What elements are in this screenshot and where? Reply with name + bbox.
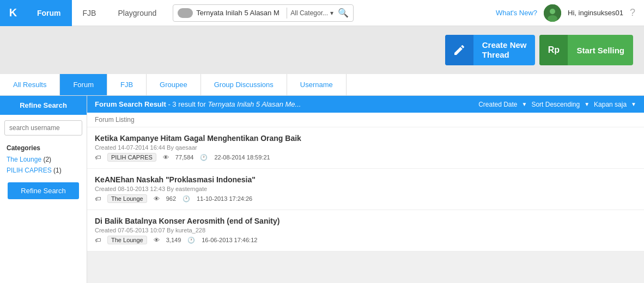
clock-icon-2: 🕐 <box>183 195 190 202</box>
avatar-image <box>544 4 561 22</box>
create-thread-icon <box>445 35 473 65</box>
search-divider <box>287 8 287 19</box>
refine-search-header: Refine Search <box>0 96 87 115</box>
global-search-bar: All Categor... ▾ 🔍 <box>173 4 354 22</box>
create-thread-label: Create NewThread <box>473 40 536 60</box>
forum-listing-label: Forum Listing <box>87 113 644 127</box>
search-username-input[interactable] <box>4 120 82 136</box>
content-area: Refine Search Categories The Lounge (2) … <box>0 96 644 283</box>
create-thread-button[interactable]: Create NewThread <box>445 35 536 65</box>
tab-all-results[interactable]: All Results <box>0 74 60 95</box>
thread-tags-1: 🏷 PILIH CAPRES 👁 77,584 🕐 22-08-2014 18:… <box>95 153 636 162</box>
svg-point-1 <box>550 9 555 14</box>
thread-last-activity-2: 11-10-2013 17:24:26 <box>197 195 252 202</box>
views-icon-3: 👁 <box>154 237 160 243</box>
sidebar: Refine Search Categories The Lounge (2) … <box>0 96 87 283</box>
search-input[interactable] <box>196 9 283 17</box>
clock-icon-1: 🕐 <box>200 154 208 161</box>
category-pilih-capres[interactable]: PILIH CAPRES (1) <box>0 165 87 176</box>
thread-tag-3[interactable]: The Lounge <box>107 236 147 244</box>
thread-item: Di Balik Batalnya Konser Aerosmith (end … <box>87 210 644 251</box>
thread-views-2: 962 <box>166 195 176 202</box>
sort-direction[interactable]: Sort Descending <box>531 101 580 108</box>
filter-time-arrow[interactable]: ▼ <box>631 101 636 107</box>
search-button[interactable]: 🔍 <box>338 8 349 18</box>
thread-last-activity-1: 22-08-2014 18:59:21 <box>214 154 270 161</box>
clock-icon-3: 🕐 <box>187 237 195 244</box>
thread-last-activity-3: 16-06-2013 17:46:12 <box>202 237 257 243</box>
tabs-bar: All Results Forum FJB Groupee Group Disc… <box>0 74 644 96</box>
nav-forum[interactable]: Forum <box>26 0 72 26</box>
refine-search-button[interactable]: Refine Search <box>8 182 78 199</box>
views-icon-1: 👁 <box>163 154 169 161</box>
sort-date-arrow[interactable]: ▼ <box>522 101 527 107</box>
views-icon-2: 👁 <box>154 195 160 202</box>
thread-tags-2: 🏷 The Lounge 👁 962 🕐 11-10-2013 17:24:26 <box>95 194 636 203</box>
thread-views-1: 77,584 <box>175 154 194 161</box>
top-navigation: K Forum FJB Playground All Categor... ▾ … <box>0 0 644 26</box>
tag-icon-3: 🏷 <box>95 237 101 243</box>
avatar[interactable] <box>544 4 561 22</box>
svg-point-2 <box>548 15 557 22</box>
sort-direction-arrow[interactable]: ▼ <box>584 101 590 107</box>
thread-meta-2: Created 08-10-2013 12:43 By easterngate <box>95 186 636 192</box>
start-selling-label: Start Selling <box>568 46 633 55</box>
filter-time[interactable]: Kapan saja <box>594 101 627 108</box>
thread-item: KeANEhan Naskah "Proklasmasi Indonesia" … <box>87 169 644 210</box>
category-select[interactable]: All Categor... ▾ <box>290 9 333 17</box>
thread-meta-3: Created 07-05-2013 10:07 By kureta_228 <box>95 227 636 233</box>
thread-item: Ketika Kampanye Hitam Gagal Menghentikan… <box>87 127 644 169</box>
tab-group-discussions[interactable]: Group Discussions <box>201 74 287 95</box>
nav-right: What's New? Hi, inginsukses01 ? <box>496 4 644 22</box>
thread-title-2[interactable]: KeANEhan Naskah "Proklasmasi Indonesia" <box>95 175 636 184</box>
tab-fjb[interactable]: FJB <box>107 74 147 95</box>
search-cloud-icon <box>178 8 193 18</box>
result-count: - 3 result for <box>168 100 205 108</box>
result-title-area: Forum Search Result - 3 result for Terny… <box>95 100 301 108</box>
thread-views-3: 3,149 <box>166 237 181 243</box>
tab-groupee[interactable]: Groupee <box>147 74 201 95</box>
sort-by-date[interactable]: Created Date <box>478 101 517 108</box>
result-header: Forum Search Result - 3 result for Terny… <box>87 96 644 113</box>
thread-meta-1: Created 14-07-2014 16:44 By qaesaar <box>95 144 636 151</box>
tag-icon-1: 🏷 <box>95 154 101 161</box>
result-controls: Created Date ▼ Sort Descending ▼ Kapan s… <box>478 101 636 108</box>
whats-new-link[interactable]: What's New? <box>496 9 537 17</box>
tag-icon-2: 🏷 <box>95 195 101 202</box>
start-selling-button[interactable]: Rp Start Selling <box>539 35 633 65</box>
nav-fjb[interactable]: FJB <box>72 0 107 26</box>
thread-tags-3: 🏷 The Lounge 👁 3,149 🕐 16-06-2013 17:46:… <box>95 236 636 244</box>
main-content: Forum Search Result - 3 result for Terny… <box>87 96 644 251</box>
category-the-lounge[interactable]: The Lounge (2) <box>0 154 87 165</box>
thread-title-1[interactable]: Ketika Kampanye Hitam Gagal Menghentikan… <box>95 134 636 143</box>
nav-playground[interactable]: Playground <box>107 0 167 26</box>
action-area: Create NewThread Rp Start Selling <box>0 26 644 74</box>
result-query: Ternyata Inilah 5 Alasan Me... <box>208 100 301 108</box>
username-label: Hi, inginsukses01 <box>568 9 623 17</box>
thread-tag-2[interactable]: The Lounge <box>107 194 147 203</box>
tab-forum[interactable]: Forum <box>60 74 107 95</box>
thread-tag-1[interactable]: PILIH CAPRES <box>107 153 156 162</box>
rp-icon: Rp <box>539 35 568 65</box>
chevron-down-icon: ▾ <box>330 9 333 17</box>
categories-label: Categories <box>0 141 87 154</box>
tab-username[interactable]: Username <box>287 74 347 95</box>
logo[interactable]: K <box>0 0 26 26</box>
help-icon[interactable]: ? <box>630 7 635 19</box>
result-title: Forum Search Result <box>95 100 166 108</box>
thread-title-3[interactable]: Di Balik Batalnya Konser Aerosmith (end … <box>95 217 636 225</box>
